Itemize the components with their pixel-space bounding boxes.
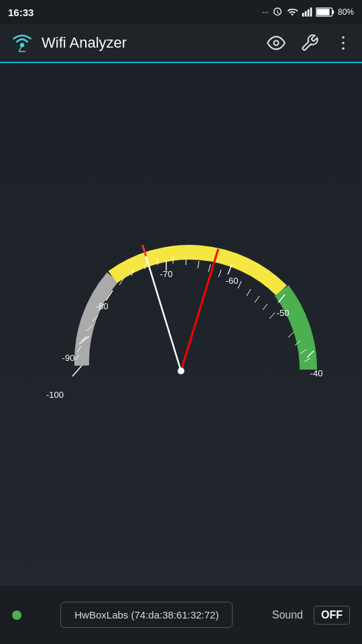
wifi-icon	[286, 7, 298, 17]
main-content: -100 -90 -80 -70 -60 -50 -40 dBm	[0, 63, 362, 585]
svg-line-46	[255, 296, 259, 303]
svg-point-12	[342, 42, 345, 44]
svg-line-43	[219, 270, 221, 277]
toolbar: Wifi Analyzer	[0, 24, 362, 63]
svg-rect-5	[332, 10, 334, 13]
app-title: Wifi Analyzer	[42, 34, 267, 52]
alarm-icon	[272, 7, 283, 17]
status-dots: ···	[262, 7, 269, 17]
svg-line-53	[181, 249, 219, 371]
bottom-bar: HwBoxLabs (74:da:38:61:32:72) Sound OFF	[0, 585, 362, 644]
svg-line-42	[208, 264, 210, 272]
svg-rect-6	[316, 9, 329, 15]
battery-percent: 80%	[338, 7, 354, 17]
svg-text:-40: -40	[310, 368, 323, 378]
svg-rect-1	[305, 11, 307, 17]
svg-point-13	[342, 47, 345, 50]
svg-text:-60: -60	[226, 276, 239, 286]
svg-text:-50: -50	[277, 308, 290, 318]
svg-rect-3	[310, 7, 312, 16]
sound-label: Sound	[272, 609, 303, 621]
status-time: 16:33	[8, 7, 34, 18]
toolbar-actions	[267, 34, 353, 52]
svg-line-48	[269, 313, 275, 319]
battery-icon	[316, 7, 335, 17]
needle-group	[143, 246, 181, 371]
sound-toggle-button[interactable]: OFF	[314, 606, 350, 625]
status-icons: ··· 80%	[262, 7, 354, 17]
svg-text:-70: -70	[160, 269, 173, 279]
gauge-svg: -100 -90 -80 -70 -60 -50 -40 dBm	[20, 190, 342, 418]
svg-text:-100: -100	[46, 390, 64, 400]
svg-line-44	[238, 281, 241, 288]
svg-line-22	[72, 366, 82, 376]
gauge-container: -100 -90 -80 -70 -60 -50 -40 dBm	[20, 190, 342, 418]
more-menu-icon[interactable]	[334, 34, 353, 52]
svg-line-45	[247, 289, 251, 296]
svg-rect-0	[302, 13, 304, 16]
network-name-badge[interactable]: HwBoxLabs (74:da:38:61:32:72)	[60, 602, 233, 628]
svg-point-10	[274, 41, 279, 46]
svg-line-47	[263, 304, 267, 310]
signal-indicator-dot	[12, 610, 21, 620]
svg-point-11	[342, 36, 345, 39]
svg-line-49	[288, 332, 294, 337]
svg-rect-2	[308, 9, 310, 17]
svg-line-41	[198, 261, 199, 268]
bottom-right-controls: Sound OFF	[272, 606, 350, 625]
signal-icon	[302, 7, 312, 17]
svg-text:-90: -90	[62, 353, 75, 363]
svg-point-57	[178, 368, 184, 374]
app-logo-icon	[9, 30, 35, 56]
eye-icon[interactable]	[267, 34, 286, 52]
wrench-icon[interactable]	[300, 34, 319, 52]
status-bar: 16:33 ··· 80%	[0, 0, 362, 24]
